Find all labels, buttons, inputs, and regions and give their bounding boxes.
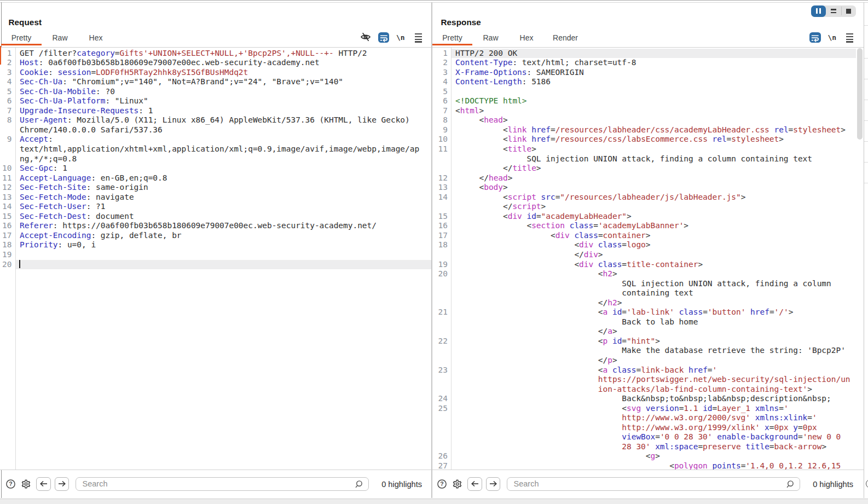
code-line: 25 <svg version=1.1 id=Layer_1 xmlns=' (432, 404, 856, 414)
settings-gear-icon[interactable] (20, 478, 32, 490)
tab-raw[interactable]: Raw (42, 31, 78, 45)
line-number: 21 (432, 308, 451, 317)
line-number: 19 (1, 250, 15, 260)
line-number: 3 (1, 68, 15, 78)
line-number: 18 (432, 240, 451, 250)
line-number: 9 (1, 135, 15, 144)
line-number: 10 (432, 135, 451, 144)
editor-menu-icon[interactable] (415, 33, 422, 43)
editor-menu-icon[interactable] (846, 33, 853, 43)
request-highlights-count: 0 highlights (329, 480, 422, 489)
response-search-input[interactable] (507, 478, 800, 491)
code-line: Make the database retrieve the string: '… (432, 346, 856, 356)
code-line: 21 <a id='lab-link' class='button' href=… (432, 308, 856, 317)
line-number: 15 (432, 212, 451, 222)
line-number: 17 (432, 231, 451, 241)
single-view-layout-button[interactable] (841, 5, 856, 17)
code-line: 12 </head> (432, 173, 856, 183)
line-number (432, 413, 451, 423)
line-number: 14 (432, 193, 451, 202)
code-line: 1HTTP/2 200 OK (432, 49, 856, 59)
line-number: 6 (1, 96, 15, 106)
code-line: 3Cookie: session=LODF0fH5RTay2hhk8ySI5Gf… (1, 68, 431, 78)
code-line: Chrome/140.0.0.0 Safari/537.36 (1, 125, 431, 135)
code-line: 9Accept: (1, 135, 431, 144)
word-wrap-icon[interactable] (378, 32, 390, 43)
code-line: 10Sec-Gpc: 1 (1, 164, 431, 173)
line-number: 22 (432, 337, 451, 346)
line-number (432, 432, 451, 442)
line-number: 18 (1, 240, 15, 250)
code-line: </p> (432, 356, 856, 366)
line-number: 23 (432, 366, 451, 375)
newline-icon[interactable]: \n (828, 33, 837, 42)
tab-render[interactable]: Render (544, 31, 587, 45)
code-line: text/html,application/xhtml+xml,applicat… (1, 144, 431, 154)
arrow-left-icon (39, 480, 48, 487)
editor-layout-switcher (811, 5, 856, 17)
word-wrap-icon[interactable] (809, 32, 821, 43)
tab-hex[interactable]: Hex (509, 31, 544, 45)
response-right-border (864, 2, 864, 498)
line-number (432, 317, 451, 327)
previous-match-button[interactable] (467, 477, 482, 491)
next-match-button[interactable] (486, 477, 500, 491)
settings-gear-icon[interactable] (452, 478, 463, 490)
code-line: 28 30' xml:space=preserve title=back-arr… (432, 442, 856, 452)
eye-slash-icon[interactable] (360, 32, 371, 42)
panel-divider[interactable] (431, 2, 432, 498)
line-number (1, 144, 15, 154)
line-number: 15 (1, 212, 15, 222)
tab-pretty[interactable]: Pretty (432, 31, 472, 45)
line-number: 8 (432, 115, 451, 125)
code-line: </h2> (432, 298, 856, 308)
code-line: 11 <title> (432, 144, 856, 154)
response-search-box (507, 477, 801, 491)
code-line: 17 <div class=container> (432, 231, 856, 241)
rows-layout-button[interactable] (826, 5, 841, 17)
line-number: 4 (1, 77, 15, 87)
code-line: 2Content-Type: text/html; charset=utf-8 (432, 58, 856, 68)
columns-layout-button[interactable] (811, 5, 826, 17)
code-line: 5 (432, 87, 856, 97)
code-line: 1GET /filter?category=Gifts'+UNION+SELEC… (1, 49, 431, 59)
help-icon[interactable]: ? (6, 479, 15, 489)
inspector-row-border (864, 79, 868, 79)
response-editor[interactable]: 1HTTP/2 200 OK2Content-Type: text/html; … (432, 48, 856, 470)
tab-raw[interactable]: Raw (472, 31, 509, 45)
code-line: 12Sec-Fetch-Site: same-origin (1, 183, 431, 193)
line-number: 13 (1, 193, 15, 202)
inspector-row-border (864, 162, 868, 163)
code-line: http://www.w3.org/1999/xlink' x=0px y=0p… (432, 423, 856, 433)
inspector-row-border (864, 183, 868, 183)
code-line: 23 <a class=link-back href=' (432, 366, 856, 375)
code-line: 15 <div id="academyLabHeader"> (432, 212, 856, 222)
request-editor[interactable]: 1GET /filter?category=Gifts'+UNION+SELEC… (1, 48, 431, 470)
code-line: containing text (432, 288, 856, 298)
code-line: ion-attacks/lab-find-column-containing-t… (432, 385, 856, 395)
request-gutter-separator (15, 48, 16, 470)
tab-pretty[interactable]: Pretty (1, 31, 42, 45)
line-number: 2 (1, 58, 15, 68)
next-match-button[interactable] (55, 477, 69, 491)
line-number: 16 (1, 221, 15, 231)
line-number (432, 298, 451, 308)
line-number: 14 (1, 202, 15, 212)
response-highlights-count: 0 highlights (760, 480, 853, 489)
request-search-input[interactable] (76, 478, 369, 491)
line-number (432, 288, 451, 298)
scrollbar-thumb[interactable] (857, 48, 862, 140)
text-caret (19, 260, 20, 268)
code-line: 14Sec-Fetch-User: ?1 (1, 202, 431, 212)
code-line: 5Sec-Ch-Ua-Mobile: ?0 (1, 87, 431, 97)
newline-icon[interactable]: \n (396, 33, 405, 42)
code-line: Back to lab home (432, 317, 856, 327)
help-icon[interactable]: ? (437, 479, 447, 489)
line-number: 2 (432, 58, 451, 68)
tab-hex[interactable]: Hex (78, 31, 113, 45)
previous-match-button[interactable] (36, 477, 51, 491)
code-line: 8 <head> (432, 115, 856, 125)
line-number: 7 (1, 106, 15, 116)
code-line: 16Referer: https://0a6f00fb03b658b180609… (1, 221, 431, 231)
line-number (432, 375, 451, 385)
